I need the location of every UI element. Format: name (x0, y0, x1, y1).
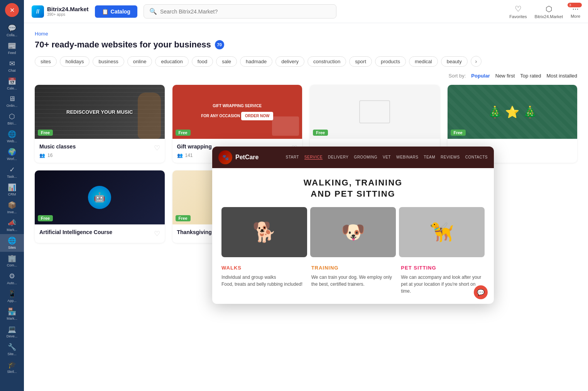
sidebar-item-bitrix[interactable]: ⬡ Bitri... (0, 110, 24, 128)
popup-nav-reviews[interactable]: REVIEWS (441, 155, 460, 160)
sidebar-item-skills[interactable]: 🎓 Skril... (0, 358, 24, 376)
popup-nav-team[interactable]: TEAM (424, 155, 435, 160)
online-icon: 🖥 (8, 95, 15, 103)
more-badge: 3 (568, 3, 582, 7)
empty-placeholder (310, 85, 440, 139)
breadcrumb[interactable]: Home (35, 31, 577, 37)
app-name: Bitrix24.Market (47, 6, 89, 13)
popup-nav-contacts[interactable]: CONTACTS (465, 155, 488, 160)
sidebar-item-web[interactable]: 🌐 Web... (0, 128, 24, 145)
popup-header: 🐾 PetCare START SERVICE DELIVERY GROOMIN… (212, 147, 494, 168)
card-heart-music[interactable]: ♡ (154, 144, 160, 152)
sidebar-item-developer[interactable]: 💻 Deve... (0, 323, 24, 340)
sort-most-installed[interactable]: Most installed (547, 73, 577, 79)
automation-icon: ⚙ (9, 272, 15, 280)
marketing-icon: 📣 (8, 219, 16, 227)
popup-main-title: WALKING, TRAININGAND PET SITTING (221, 177, 485, 199)
sidebar-item-automation[interactable]: ⚙ Auto... (0, 270, 24, 287)
tag-online[interactable]: online (127, 56, 152, 67)
tasks-icon: ✓ (9, 165, 15, 174)
tag-medical[interactable]: medical (409, 56, 438, 67)
card-title-gift: Gift wrapping (177, 143, 212, 150)
popup-nav-grooming[interactable]: GROOMING (354, 155, 377, 160)
popup-chat-button[interactable]: 💬 (474, 285, 488, 299)
popup-petcare[interactable]: 🐾 PetCare START SERVICE DELIVERY GROOMIN… (212, 147, 494, 304)
tag-products[interactable]: products (375, 56, 406, 67)
free-badge-thanksgiving: Free (176, 215, 191, 221)
install-icon-gift: 👥 (177, 153, 183, 158)
work-icon: 🌍 (8, 148, 16, 156)
tag-sites[interactable]: sites (35, 56, 57, 67)
page-title: 70+ ready-made websites for your busines… (35, 40, 577, 50)
sidebar-item-inventory[interactable]: 📦 Inve... (0, 199, 24, 216)
inventory-icon: 📦 (8, 201, 16, 209)
bitrix24market-label: Bitrix24.Market (535, 14, 563, 19)
sidebar-item-online[interactable]: 🖥 Onlin... (0, 93, 24, 110)
free-badge-music: Free (38, 130, 53, 136)
tag-food[interactable]: food (192, 56, 213, 67)
sidebar-item-company[interactable]: 🏢 Com... (0, 252, 24, 270)
sidebar-item-crm[interactable]: 📊 CRM (0, 181, 24, 199)
sidebar-item-sitemanager[interactable]: 🔧 Site... (0, 340, 24, 358)
tag-holidays[interactable]: holidays (60, 56, 90, 67)
sidebar-close-button[interactable]: ✕ (5, 3, 19, 17)
petsitting-title: PET SITTING (401, 265, 485, 271)
card-music-classes[interactable]: REDISCOVER YOUR MUSIC Free Music classes… (35, 85, 165, 163)
tag-hadmade[interactable]: hadmade (240, 56, 272, 67)
sidebar-item-work[interactable]: 🌍 Worl... (0, 145, 24, 163)
more-action[interactable]: ··· More 3 (571, 4, 580, 19)
gift-overlay: GIFT WRAPPING SERVICEFOR ANY OCCASION Or… (196, 99, 278, 125)
search-bar: 🔍 (144, 4, 336, 19)
bitrix24market-action[interactable]: ⬡ Bitrix24.Market (535, 4, 563, 19)
sidebar-item-apps[interactable]: 📱 App... (0, 287, 24, 305)
popup-nav-start[interactable]: START (286, 155, 299, 160)
card-heart-ai[interactable]: ♡ (154, 229, 160, 238)
collab-icon: 💬 (8, 24, 16, 32)
sidebar-item-tasks[interactable]: ✓ Task... (0, 163, 24, 181)
sidebar-item-market[interactable]: 🏪 Mark... (0, 305, 24, 323)
sidebar-item-sites[interactable]: 🌐 Sites (0, 234, 24, 252)
logo-text-area: Bitrix24.Market 390+ apps (47, 6, 89, 17)
favorites-action[interactable]: ♡ Favorites (509, 4, 527, 19)
tag-education[interactable]: education (155, 56, 188, 67)
popup-img-dog3: 🦮 (399, 207, 485, 257)
placeholder-rect (359, 100, 390, 123)
sidebar-item-collab[interactable]: 💬 Colla... (0, 22, 24, 39)
sidebar-item-chat[interactable]: ✉ Chat (0, 57, 24, 75)
sort-top-rated[interactable]: Top rated (520, 73, 541, 79)
popup-logo: 🐾 PetCare (218, 150, 259, 164)
popup-nav-delivery[interactable]: DELIVERY (328, 155, 348, 160)
training-title: TRAINING (311, 265, 395, 271)
market-icon: 🏪 (8, 307, 16, 316)
bitrix24market-icon: ⬡ (546, 4, 552, 13)
chat-icon: ✉ (9, 59, 15, 68)
card-ai-course[interactable]: 🤖 Free Artificial Intelligence Course ♡ (35, 170, 165, 243)
tag-business[interactable]: business (93, 56, 124, 67)
search-input[interactable] (160, 8, 331, 15)
sidebar-item-calendar[interactable]: 📅 Cale... (0, 75, 24, 93)
tag-sport[interactable]: sport (349, 56, 372, 67)
sort-new-first[interactable]: New first (495, 73, 515, 79)
sidebar: ✕ 💬 Colla... 📰 Feed ✉ Chat 📅 Cale... 🖥 O… (0, 0, 24, 391)
free-badge-gift: Free (176, 130, 191, 136)
favorites-label: Favorites (509, 14, 527, 19)
sidebar-item-feed[interactable]: 📰 Feed (0, 39, 24, 57)
popup-nav-webinars[interactable]: WEBINARS (396, 155, 418, 160)
logo-area: // Bitrix24.Market 390+ apps (32, 5, 89, 18)
tag-delivery[interactable]: delivery (275, 56, 304, 67)
sidebar-item-marketing[interactable]: 📣 Mark... (0, 216, 24, 234)
sort-popular[interactable]: Popular (471, 73, 490, 79)
filter-tags: sites holidays business online education… (35, 56, 577, 67)
popup-nav: START SERVICE DELIVERY GROOMING VET WEBI… (286, 155, 488, 160)
popup-nav-service[interactable]: SERVICE (304, 155, 323, 160)
popup-logo-text: PetCare (235, 154, 259, 161)
dog-icon-3: 🦮 (399, 207, 485, 257)
developer-icon: 💻 (8, 325, 16, 334)
popup-nav-vet[interactable]: VET (383, 155, 391, 160)
catalog-button[interactable]: 📋 Catalog (95, 5, 137, 18)
tag-construction[interactable]: construction (308, 56, 346, 67)
popup-section-petsitting: PET SITTING We can accompany and look af… (401, 265, 485, 295)
tag-beauty[interactable]: beauty (441, 56, 468, 67)
tags-more-button[interactable]: › (471, 56, 482, 67)
tag-sale[interactable]: sale (216, 56, 237, 67)
